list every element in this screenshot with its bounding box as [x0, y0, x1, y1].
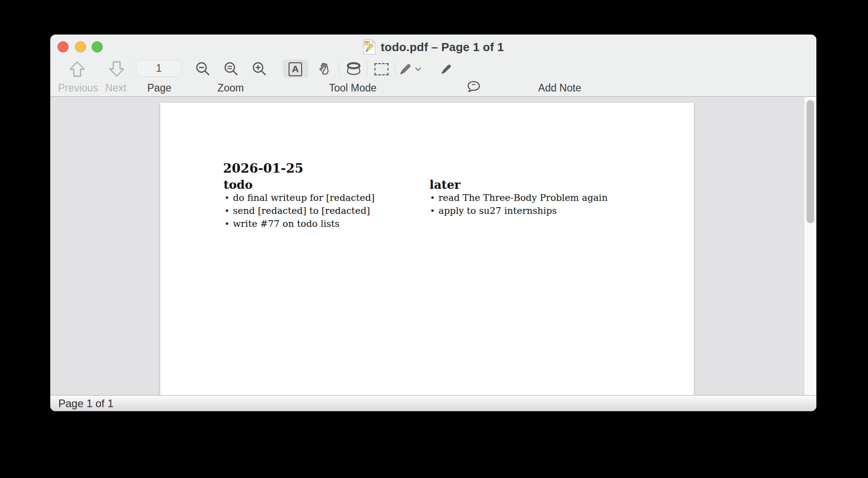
- todo-list: do final writeup for [redacted] send [re…: [224, 191, 375, 230]
- toolbar: Previous Next Page: [50, 57, 816, 97]
- pencil-icon: [440, 63, 452, 75]
- todo-heading: todo: [224, 178, 253, 191]
- later-list: read The Three-Body Problem again apply …: [430, 191, 608, 217]
- window-title: todo.pdf – Page 1 of 1: [381, 40, 504, 54]
- vertical-scrollbar-track[interactable]: [804, 97, 816, 395]
- add-text-note-button[interactable]: [63, 60, 817, 78]
- list-item: write #77 on todo lists: [224, 217, 375, 230]
- list-item: apply to su27 internships: [430, 204, 608, 217]
- pdf-page: 2026-01-25 todo do final writeup for [re…: [160, 103, 694, 395]
- pdf-file-icon: pdf: [363, 39, 376, 55]
- page-status-text: Page 1 of 1: [58, 397, 114, 410]
- later-heading: later: [430, 178, 460, 191]
- vertical-scrollbar-thumb[interactable]: [807, 100, 814, 223]
- speech-bubble-icon: [466, 80, 481, 94]
- svg-text:pdf: pdf: [365, 41, 371, 46]
- add-anchored-note-button[interactable]: [91, 78, 817, 96]
- pdf-viewer-window: pdf todo.pdf – Page 1 of 1: [50, 35, 816, 411]
- date-heading: 2026-01-25: [223, 161, 303, 176]
- add-note-label: Add Note: [538, 82, 581, 94]
- list-item: do final writeup for [redacted]: [224, 191, 375, 204]
- title-bar: pdf todo.pdf – Page 1 of 1: [50, 35, 816, 57]
- list-item: send [redacted] to [redacted]: [224, 204, 375, 217]
- document-view: 2026-01-25 todo do final writeup for [re…: [50, 97, 816, 395]
- status-bar: Page 1 of 1: [50, 395, 816, 411]
- list-item: read The Three-Body Problem again: [430, 191, 608, 204]
